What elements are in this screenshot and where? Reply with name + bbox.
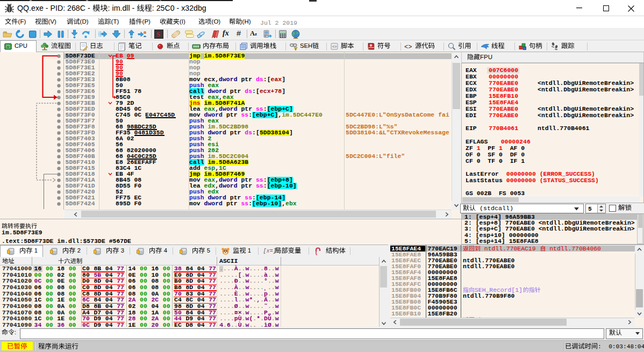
svg-text:QQ.exe - PID: 268C -: QQ.exe - PID: 268C - bbox=[17, 4, 92, 12]
svg-text::: : bbox=[15, 329, 16, 335]
svg-text:1: 1 bbox=[246, 247, 251, 254]
svg-text:ntdll.770EAC19: ntdll.770EAC19 bbox=[481, 246, 539, 252]
svg-text:(H): (H) bbox=[242, 18, 251, 25]
svg-text:(I): (I) bbox=[180, 18, 185, 25]
svg-text:4: 4 bbox=[162, 247, 167, 254]
svg-text:(V): (V) bbox=[48, 18, 57, 25]
svg-text:(O): (O) bbox=[212, 18, 221, 25]
svg-text:2: 2 bbox=[76, 247, 81, 254]
svg-text:ntdll.770B4060: ntdll.770B4060 bbox=[546, 246, 601, 252]
svg-text:(T): (T) bbox=[111, 18, 119, 25]
svg-text:(stdcall): (stdcall) bbox=[476, 204, 513, 212]
svg-text:: im.dll -: : im.dll - bbox=[108, 4, 137, 12]
svg-text:(F): (F) bbox=[18, 18, 26, 25]
svg-text:3: 3 bbox=[119, 247, 124, 254]
svg-text:<>: <> bbox=[404, 44, 412, 51]
svg-text:<>: <> bbox=[332, 45, 337, 49]
svg-text:: 25C0 - x32dbg: : 25C0 - x32dbg bbox=[152, 4, 206, 12]
svg-text:1: 1 bbox=[33, 247, 38, 254]
svg-text:FPU: FPU bbox=[480, 53, 492, 60]
svg-text:5: 5 bbox=[205, 247, 210, 254]
svg-text:(P): (P) bbox=[142, 18, 151, 25]
svg-text:(D): (D) bbox=[80, 18, 89, 25]
svg-text:: 0:03:48:04: : 0:03:48:04 bbox=[598, 343, 644, 349]
svg-text:CPU: CPU bbox=[15, 42, 27, 49]
svg-text:!: ! bbox=[295, 47, 296, 51]
svg-text:SEH: SEH bbox=[300, 42, 312, 49]
svg-text:32: 32 bbox=[6, 45, 10, 48]
